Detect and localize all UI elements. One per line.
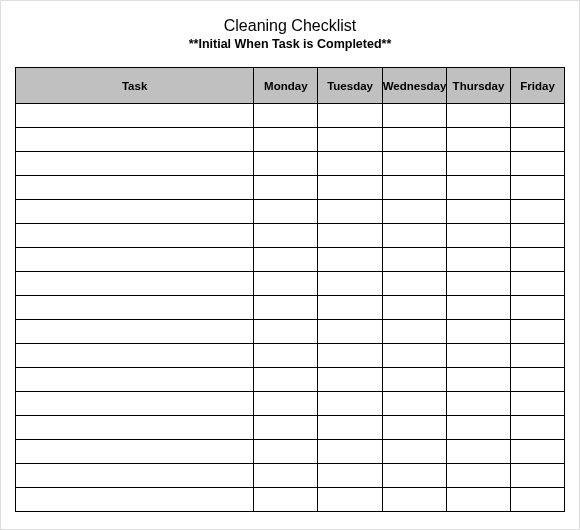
cell-task — [16, 320, 254, 344]
cell-wednesday — [382, 224, 446, 248]
cell-wednesday — [382, 488, 446, 512]
table-row — [16, 368, 565, 392]
cell-tuesday — [318, 344, 382, 368]
cell-tuesday — [318, 488, 382, 512]
table-row — [16, 344, 565, 368]
table-row — [16, 416, 565, 440]
cell-wednesday — [382, 176, 446, 200]
cell-monday — [254, 320, 318, 344]
cell-thursday — [446, 128, 510, 152]
table-row — [16, 224, 565, 248]
cell-thursday — [446, 176, 510, 200]
col-header-monday: Monday — [254, 68, 318, 104]
cell-friday — [511, 440, 565, 464]
cell-monday — [254, 464, 318, 488]
cell-thursday — [446, 320, 510, 344]
cell-thursday — [446, 248, 510, 272]
cell-task — [16, 488, 254, 512]
cell-friday — [511, 224, 565, 248]
cell-tuesday — [318, 464, 382, 488]
cell-friday — [511, 488, 565, 512]
table-row — [16, 488, 565, 512]
cell-thursday — [446, 272, 510, 296]
col-header-thursday: Thursday — [446, 68, 510, 104]
cell-task — [16, 344, 254, 368]
cell-friday — [511, 272, 565, 296]
cell-task — [16, 464, 254, 488]
table-row — [16, 200, 565, 224]
cell-tuesday — [318, 128, 382, 152]
cell-friday — [511, 104, 565, 128]
cell-thursday — [446, 416, 510, 440]
cell-tuesday — [318, 440, 382, 464]
table-row — [16, 128, 565, 152]
cell-tuesday — [318, 392, 382, 416]
cell-thursday — [446, 224, 510, 248]
cell-monday — [254, 416, 318, 440]
cell-task — [16, 152, 254, 176]
table-row — [16, 152, 565, 176]
cell-monday — [254, 296, 318, 320]
document-subtitle: **Initial When Task is Completed** — [15, 37, 565, 51]
cell-tuesday — [318, 368, 382, 392]
cell-friday — [511, 152, 565, 176]
col-header-tuesday: Tuesday — [318, 68, 382, 104]
col-header-wednesday: Wednesday — [382, 68, 446, 104]
cell-monday — [254, 392, 318, 416]
col-header-task: Task — [16, 68, 254, 104]
cell-wednesday — [382, 104, 446, 128]
cell-monday — [254, 200, 318, 224]
cell-tuesday — [318, 176, 382, 200]
cell-monday — [254, 344, 318, 368]
cell-task — [16, 248, 254, 272]
cell-thursday — [446, 104, 510, 128]
cell-tuesday — [318, 416, 382, 440]
cell-monday — [254, 152, 318, 176]
cell-wednesday — [382, 392, 446, 416]
cell-wednesday — [382, 296, 446, 320]
cell-friday — [511, 296, 565, 320]
cell-friday — [511, 200, 565, 224]
cell-wednesday — [382, 128, 446, 152]
cell-tuesday — [318, 320, 382, 344]
cell-monday — [254, 224, 318, 248]
cell-thursday — [446, 200, 510, 224]
cell-wednesday — [382, 152, 446, 176]
col-header-friday: Friday — [511, 68, 565, 104]
cell-task — [16, 104, 254, 128]
table-row — [16, 464, 565, 488]
cell-friday — [511, 248, 565, 272]
cell-tuesday — [318, 224, 382, 248]
cell-wednesday — [382, 368, 446, 392]
cell-monday — [254, 128, 318, 152]
cell-friday — [511, 392, 565, 416]
cell-friday — [511, 368, 565, 392]
cell-monday — [254, 488, 318, 512]
table-row — [16, 440, 565, 464]
cell-monday — [254, 104, 318, 128]
table-row — [16, 272, 565, 296]
table-row — [16, 248, 565, 272]
cell-thursday — [446, 296, 510, 320]
cell-thursday — [446, 440, 510, 464]
cell-task — [16, 440, 254, 464]
cell-friday — [511, 344, 565, 368]
cell-wednesday — [382, 464, 446, 488]
cell-tuesday — [318, 200, 382, 224]
cell-tuesday — [318, 296, 382, 320]
cell-wednesday — [382, 320, 446, 344]
cell-friday — [511, 464, 565, 488]
cell-task — [16, 128, 254, 152]
checklist-table: Task Monday Tuesday Wednesday Thursday F… — [15, 67, 565, 512]
cell-friday — [511, 128, 565, 152]
cell-tuesday — [318, 272, 382, 296]
cell-task — [16, 224, 254, 248]
cell-monday — [254, 440, 318, 464]
table-header-row: Task Monday Tuesday Wednesday Thursday F… — [16, 68, 565, 104]
cell-task — [16, 368, 254, 392]
cell-wednesday — [382, 416, 446, 440]
table-row — [16, 320, 565, 344]
cell-friday — [511, 416, 565, 440]
cell-monday — [254, 368, 318, 392]
cell-task — [16, 392, 254, 416]
